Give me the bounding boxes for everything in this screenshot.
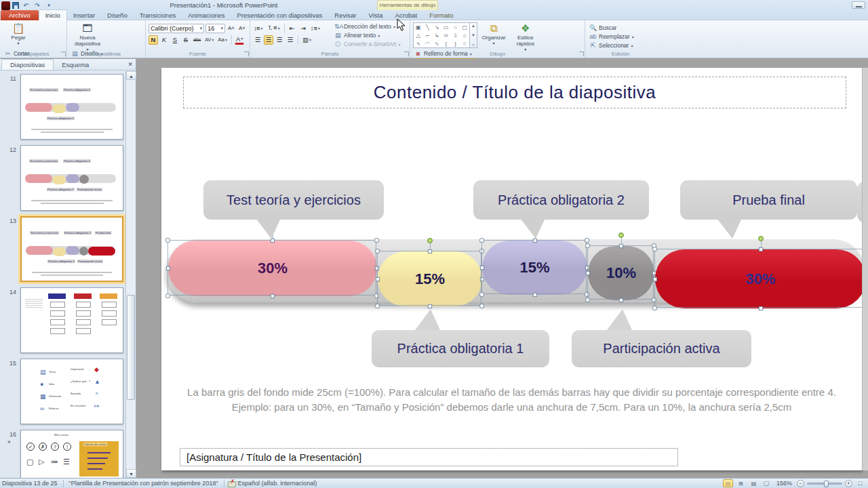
slide-title-placeholder[interactable]: Contenido / Título de la diapositiva — [183, 77, 846, 108]
font-size-combo[interactable]: 16▾ — [205, 24, 225, 33]
tab-insertar[interactable]: Insertar — [67, 10, 101, 20]
tab-dise-o[interactable]: Diseño — [101, 10, 134, 20]
align-text-button[interactable]: ▤Alinear texto ▾ — [334, 31, 400, 39]
zoom-level[interactable]: 156% — [774, 480, 794, 487]
star-icon[interactable]: ☆ — [462, 41, 467, 47]
font-family-combo[interactable]: Calibri (Cuerpo)▾ — [149, 24, 204, 33]
line-spacing-button[interactable]: ↕≡▾ — [309, 24, 321, 33]
brace-left-icon[interactable]: { — [445, 41, 447, 47]
decrease-indent-button[interactable]: ⇤ — [288, 24, 297, 33]
tab-transiciones[interactable]: Transiciones — [134, 10, 182, 20]
selection-handle[interactable] — [479, 304, 484, 308]
tab-archivo[interactable]: Archivo — [1, 10, 39, 20]
tab-esquema[interactable]: Esquema — [54, 60, 97, 70]
bar-segment-pink[interactable]: 30% — [168, 241, 377, 296]
rounded-rectangle-icon[interactable]: ▢ — [462, 24, 467, 30]
increase-indent-button[interactable]: ⇥ — [298, 24, 308, 33]
slide-thumbnail-14[interactable] — [20, 287, 123, 353]
callout-yellow[interactable]: Práctica obligatoria 1 — [372, 330, 549, 367]
tab-vista[interactable]: Vista — [362, 10, 389, 20]
replace-button[interactable]: abReemplazar ▾ — [589, 33, 634, 41]
callout-purple[interactable]: Práctica obligatoria 2 — [473, 180, 649, 220]
callout-red[interactable]: Prueba final — [680, 180, 857, 220]
redo-icon[interactable]: ↷ — [33, 1, 42, 9]
undo-icon[interactable]: ↶ — [21, 1, 31, 9]
underline-button[interactable]: S — [170, 35, 180, 45]
callout-gray[interactable]: Participación activa — [572, 330, 751, 367]
change-case-button[interactable]: Aa▾ — [216, 35, 229, 45]
footer-placeholder[interactable]: [Asignatura / Título de la Presentación] — [180, 448, 678, 466]
qat-customize-icon[interactable]: ▾ — [44, 1, 54, 9]
bold-button[interactable]: N — [149, 35, 158, 45]
zoom-slider[interactable] — [807, 483, 842, 485]
shapes-gallery-scroll[interactable]: ▲▼▿ — [470, 22, 477, 48]
callout-pink[interactable]: Test teoría y ejercicios — [203, 180, 384, 220]
arrange-button[interactable]: ⧉ Organizar▾ — [477, 22, 510, 49]
home-shape-icon[interactable]: ⌂ — [463, 33, 467, 39]
clipboard-dialog-launcher[interactable] — [61, 52, 66, 56]
zoom-slider-thumb[interactable] — [824, 481, 829, 487]
slide-thumbnail-12[interactable]: Test teoría y ejerciciosPráctica obligat… — [20, 145, 123, 211]
oval-icon[interactable]: ○ — [454, 24, 457, 30]
shapes-gallery[interactable]: ▣╲↘▭○▢△⌐↳⇨⇩⌂ϟ◠∿{}☆ — [413, 22, 470, 48]
character-spacing-button[interactable]: AV▾ — [203, 35, 215, 45]
bar-segment-yellow[interactable]: 15% — [378, 251, 482, 306]
new-slide-button[interactable]: 🗔 Nueva diapositiva▾ — [70, 22, 105, 49]
drawing-dialog-launcher[interactable] — [579, 52, 584, 56]
tab-acrobat[interactable]: Acrobat — [389, 10, 423, 20]
scrollbar-thumb[interactable] — [127, 295, 135, 400]
slide-thumbnail-11[interactable]: Test teoría y ejerciciosPráctica obligat… — [20, 74, 123, 140]
paragraph-dialog-launcher[interactable] — [404, 52, 409, 56]
shrink-font-button[interactable]: A˅ — [237, 24, 247, 33]
slide-canvas[interactable]: Contenido / Título de la diapositiva La … — [161, 68, 862, 470]
tab-presentaci-n-con-diapositivas[interactable]: Presentación con diapositivas — [231, 10, 329, 20]
slide-sorter-view-button[interactable]: ⊞ — [736, 479, 746, 487]
panel-scrollbar[interactable]: ▲ ▼ — [125, 71, 136, 478]
right-arrow-icon[interactable]: ⇨ — [443, 33, 448, 39]
slide-thumbnail-15[interactable]: ▤Tarea●Idea▦Definición∞EnlacesImportante… — [20, 359, 123, 424]
clear-formatting-button[interactable]: abc — [192, 35, 202, 45]
scroll-up-icon[interactable]: ▲ — [126, 71, 136, 80]
slide-scrollbar[interactable] — [862, 68, 868, 470]
selection-handle[interactable] — [375, 304, 380, 308]
slide-thumbnail-16[interactable]: Más iconos✓✗?!▢▷≔☰Librería de iconos — [20, 430, 123, 478]
justify-button[interactable]: ☰ — [285, 35, 295, 45]
selection-handle[interactable] — [165, 293, 170, 298]
arc-icon[interactable]: ◠ — [425, 41, 430, 47]
fit-to-window-icon[interactable]: ⛶ — [855, 479, 865, 487]
font-color-button[interactable]: A▾ — [235, 35, 244, 45]
normal-view-button[interactable]: ▭ — [723, 479, 733, 487]
slideshow-view-button[interactable]: 🖵 — [762, 479, 772, 487]
tab-diapositivas[interactable]: Diapositivas — [1, 59, 54, 70]
minimize-button[interactable] — [852, 1, 865, 9]
triangle-icon[interactable]: △ — [416, 33, 420, 39]
text-direction-button[interactable]: ⇅ADirección del texto ▾ — [334, 22, 400, 30]
italic-button[interactable]: K — [159, 35, 169, 45]
freeform-icon[interactable]: ϟ — [417, 41, 420, 47]
grow-font-button[interactable]: A˄ — [226, 24, 236, 33]
quick-styles-button[interactable]: ❖ Estilos rápidos▾ — [512, 22, 539, 49]
zoom-out-icon[interactable]: − — [797, 480, 804, 487]
paste-button[interactable]: 📋 Pegar▾ — [3, 22, 34, 49]
find-button[interactable]: 🔍Buscar — [589, 24, 634, 32]
selection-handle[interactable] — [165, 238, 170, 243]
tab-revisar[interactable]: Revisar — [328, 10, 362, 20]
spellcheck-icon[interactable] — [228, 480, 236, 487]
down-arrow-icon[interactable]: ⇩ — [453, 33, 458, 39]
bar-segment-red[interactable]: 30% — [655, 249, 862, 308]
elbow-connector-icon[interactable]: ⌐ — [426, 33, 429, 39]
arrow-icon[interactable]: ↘ — [435, 24, 439, 30]
save-icon[interactable] — [12, 2, 19, 9]
bullets-button[interactable]: ⁝≡▾ — [253, 24, 264, 33]
scroll-down-icon[interactable]: ▼ — [126, 469, 136, 478]
elbow-arrow-icon[interactable]: ↳ — [435, 33, 439, 39]
bar-segment-gray[interactable]: 10% — [588, 246, 654, 300]
numbering-button[interactable]: ⒈≡▾ — [266, 24, 281, 33]
align-center-button[interactable]: ☰ — [264, 35, 273, 45]
tab-formato[interactable]: Formato — [423, 10, 459, 20]
brace-right-icon[interactable]: } — [454, 41, 456, 47]
close-panel-icon[interactable]: ✕ — [127, 61, 133, 68]
language-indicator[interactable]: Español (alfab. internacional) — [236, 480, 319, 487]
tab-animaciones[interactable]: Animaciones — [182, 10, 231, 20]
convert-smartart-button[interactable]: ⬡Convertir a SmartArt ▾ — [334, 40, 400, 48]
